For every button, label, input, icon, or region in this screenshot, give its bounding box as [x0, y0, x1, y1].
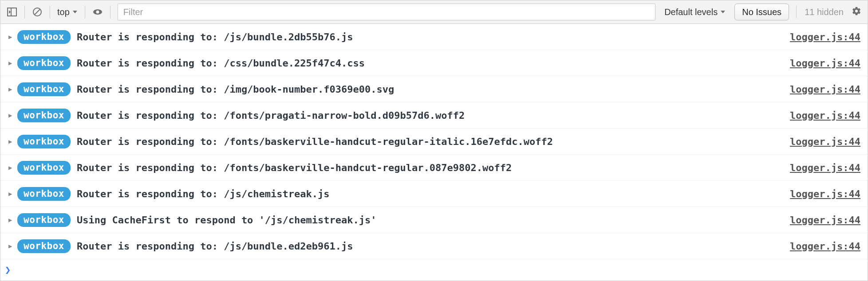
expand-triangle-icon[interactable]: ▶: [8, 138, 17, 145]
expand-triangle-icon[interactable]: ▶: [8, 216, 17, 223]
console-log-list: ▶workboxRouter is responding to: /js/bun…: [0, 24, 868, 259]
expand-triangle-icon[interactable]: ▶: [8, 86, 17, 93]
source-link[interactable]: logger.js:44: [790, 136, 863, 147]
svg-marker-2: [9, 10, 11, 14]
source-link[interactable]: logger.js:44: [790, 162, 863, 173]
log-row[interactable]: ▶workboxRouter is responding to: /js/che…: [0, 181, 868, 207]
workbox-badge: workbox: [17, 239, 71, 253]
filter-input[interactable]: [118, 4, 655, 20]
workbox-badge: workbox: [17, 187, 71, 201]
separator: [24, 6, 25, 18]
issues-button[interactable]: No Issues: [734, 4, 789, 20]
log-row[interactable]: ▶workboxRouter is responding to: /fonts/…: [0, 129, 868, 155]
log-message: Router is responding to: /js/bundle.ed2e…: [77, 241, 790, 252]
expand-triangle-icon[interactable]: ▶: [8, 33, 17, 40]
log-row[interactable]: ▶workboxRouter is responding to: /js/bun…: [0, 24, 868, 50]
source-link[interactable]: logger.js:44: [790, 241, 863, 252]
source-link[interactable]: logger.js:44: [790, 31, 863, 43]
separator: [796, 6, 797, 18]
log-row[interactable]: ▶workboxRouter is responding to: /js/bun…: [0, 233, 868, 259]
workbox-badge: workbox: [17, 82, 71, 96]
clear-console-button[interactable]: [29, 4, 45, 20]
chevron-down-icon: [72, 9, 78, 15]
expand-triangle-icon[interactable]: ▶: [8, 190, 17, 197]
expand-triangle-icon[interactable]: ▶: [8, 112, 17, 119]
expand-triangle-icon[interactable]: ▶: [8, 242, 17, 250]
workbox-badge: workbox: [17, 135, 71, 148]
console-input-row[interactable]: ❯: [0, 259, 868, 280]
log-message: Router is responding to: /fonts/pragati-…: [77, 110, 790, 121]
svg-line-4: [35, 9, 40, 15]
separator: [50, 6, 50, 18]
source-link[interactable]: logger.js:44: [790, 110, 863, 121]
hidden-messages-count[interactable]: 11 hidden: [801, 7, 847, 17]
log-message: Router is responding to: /css/bundle.225…: [77, 58, 790, 69]
source-link[interactable]: logger.js:44: [790, 58, 863, 69]
log-row[interactable]: ▶workboxRouter is responding to: /img/bo…: [0, 76, 868, 102]
log-message: Router is responding to: /js/chemistreak…: [77, 188, 790, 199]
svg-marker-5: [73, 11, 77, 13]
log-row[interactable]: ▶workboxRouter is responding to: /fonts/…: [0, 102, 868, 129]
log-levels-selector[interactable]: Default levels: [660, 7, 730, 17]
chevron-down-icon: [720, 9, 726, 15]
log-row[interactable]: ▶workboxRouter is responding to: /fonts/…: [0, 155, 868, 181]
log-row[interactable]: ▶workboxUsing CacheFirst to respond to '…: [0, 207, 868, 233]
expand-triangle-icon[interactable]: ▶: [8, 59, 17, 66]
context-selector[interactable]: top: [55, 7, 80, 17]
log-message: Router is responding to: /fonts/baskervi…: [77, 136, 790, 147]
prompt-chevron-icon: ❯: [5, 264, 11, 275]
live-expression-button[interactable]: [90, 4, 106, 20]
log-row[interactable]: ▶workboxRouter is responding to: /css/bu…: [0, 50, 868, 76]
workbox-badge: workbox: [17, 213, 71, 227]
source-link[interactable]: logger.js:44: [790, 84, 863, 95]
toggle-sidebar-button[interactable]: [4, 4, 20, 20]
separator: [110, 6, 110, 18]
svg-marker-8: [721, 11, 725, 13]
source-link[interactable]: logger.js:44: [790, 188, 863, 199]
log-message: Using CacheFirst to respond to '/js/chem…: [77, 215, 790, 226]
workbox-badge: workbox: [17, 109, 71, 122]
console-toolbar: top Default levels No Issues 11 hidden: [0, 0, 868, 24]
workbox-badge: workbox: [17, 30, 71, 44]
separator: [85, 6, 85, 18]
gear-icon[interactable]: [849, 6, 864, 18]
workbox-badge: workbox: [17, 56, 71, 70]
source-link[interactable]: logger.js:44: [790, 215, 863, 226]
log-message: Router is responding to: /fonts/baskervi…: [77, 162, 790, 173]
log-message: Router is responding to: /js/bundle.2db5…: [77, 31, 790, 43]
workbox-badge: workbox: [17, 161, 71, 175]
svg-point-7: [96, 11, 99, 14]
context-label: top: [57, 7, 70, 17]
log-message: Router is responding to: /img/book-numbe…: [77, 84, 790, 95]
expand-triangle-icon[interactable]: ▶: [8, 164, 17, 171]
levels-label: Default levels: [664, 7, 718, 17]
